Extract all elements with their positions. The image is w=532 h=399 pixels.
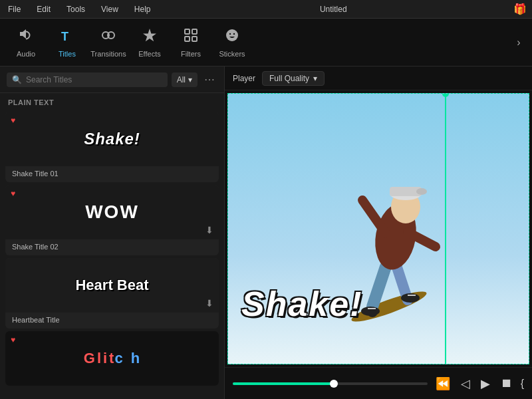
progress-thumb[interactable] xyxy=(330,380,338,388)
quality-dropdown[interactable]: Full Quality ▾ xyxy=(262,71,325,86)
menu-edit[interactable]: Edit xyxy=(34,3,53,15)
title-card-shake-02[interactable]: ♥ WOW ⬇ Shake Title 02 xyxy=(5,185,219,255)
player-header: Player Full Quality ▾ xyxy=(225,66,532,90)
toolbar-titles[interactable]: T Titles xyxy=(47,21,88,64)
title-name-shake-02: Shake Title 02 xyxy=(5,239,219,255)
filters-icon xyxy=(183,27,199,47)
svg-point-9 xyxy=(233,33,235,34)
download-icon-shake-02: ⬇ xyxy=(205,225,213,235)
menu-file[interactable]: File xyxy=(5,3,23,15)
favorite-icon-shake-02: ♥ xyxy=(11,189,15,198)
rewind-button[interactable]: ⏪ xyxy=(433,374,453,394)
section-plain-text: PLAIN TEXT xyxy=(0,93,224,109)
search-icon: 🔍 xyxy=(12,75,22,84)
titles-list: ♥ Shake! Shake Title 01 ♥ WOW ⬇ Shake Ti… xyxy=(0,109,224,399)
video-player: Shake! xyxy=(227,93,529,364)
toolbar-effects[interactable]: Effects xyxy=(129,21,170,64)
more-options-button[interactable]: ⋯ xyxy=(201,72,217,87)
glitch-text: Glitc h xyxy=(82,350,142,367)
gift-icon[interactable]: 🎁 xyxy=(513,3,527,15)
play-button[interactable]: ▶ xyxy=(478,374,493,394)
titles-icon: T xyxy=(59,27,75,47)
toolbar-audio[interactable]: Audio xyxy=(5,21,47,64)
favorite-icon-shake-01: ♥ xyxy=(11,116,15,125)
main-area: 🔍 All ▾ ⋯ PLAIN TEXT ♥ Shake! Shake Titl… xyxy=(0,66,532,399)
shake-02-text: WOW xyxy=(85,201,139,223)
transitions-icon xyxy=(100,27,116,47)
window-title: Untitled xyxy=(164,5,503,14)
title-card-glitch[interactable]: ♥ Glitc h xyxy=(5,331,219,386)
title-preview-shake-01: ♥ Shake! xyxy=(5,112,219,166)
effects-icon xyxy=(142,27,158,47)
title-preview-glitch: ♥ Glitc h xyxy=(5,331,219,386)
svg-text:T: T xyxy=(61,30,68,43)
svg-rect-3 xyxy=(185,29,190,34)
download-icon-heartbeat: ⬇ xyxy=(205,298,213,309)
search-input-wrap[interactable]: 🔍 xyxy=(7,72,168,87)
audio-label: Audio xyxy=(17,50,35,58)
title-name-heartbeat: Heartbeat Title xyxy=(5,313,219,329)
progress-bar[interactable] xyxy=(233,382,428,385)
titles-label: Titles xyxy=(59,50,76,58)
menu-tools[interactable]: Tools xyxy=(64,3,88,15)
player-controls: ⏪ ◁ ▶ ⏹ { xyxy=(225,367,532,399)
title-card-heartbeat[interactable]: Heart Beat ⬇ Heartbeat Title xyxy=(5,258,219,329)
stop-button[interactable]: ⏹ xyxy=(498,374,515,393)
heartbeat-text: Heart Beat xyxy=(75,277,148,294)
svg-rect-4 xyxy=(192,29,197,34)
svg-rect-6 xyxy=(192,37,197,41)
svg-point-22 xyxy=(361,307,380,316)
svg-point-21 xyxy=(416,188,427,195)
transitions-label: Transitions xyxy=(90,50,126,58)
progress-fill xyxy=(233,382,334,385)
right-panel: Player Full Quality ▾ xyxy=(225,66,532,399)
bracket-button[interactable]: { xyxy=(521,378,524,390)
title-name-shake-01: Shake Title 01 xyxy=(5,166,219,182)
quality-label: Full Quality xyxy=(269,74,309,83)
left-panel: 🔍 All ▾ ⋯ PLAIN TEXT ♥ Shake! Shake Titl… xyxy=(0,66,225,399)
toolbar-stickers[interactable]: Stickers xyxy=(211,21,253,64)
svg-rect-5 xyxy=(185,37,190,41)
toolbar-more-chevron[interactable]: › xyxy=(511,35,527,51)
svg-point-8 xyxy=(229,33,231,34)
effects-label: Effects xyxy=(138,50,160,58)
audio-icon xyxy=(18,27,34,47)
quality-chevron-icon: ▾ xyxy=(313,74,317,83)
toolbar-filters[interactable]: Filters xyxy=(170,21,211,64)
search-bar: 🔍 All ▾ ⋯ xyxy=(0,66,224,93)
back-frame-button[interactable]: ◁ xyxy=(458,374,473,394)
svg-line-13 xyxy=(372,267,386,307)
all-filter-dropdown[interactable]: All ▾ xyxy=(172,72,198,87)
svg-point-23 xyxy=(401,293,420,303)
chevron-down-icon: ▾ xyxy=(188,75,192,84)
video-text-overlay: Shake! xyxy=(241,284,363,324)
shake-01-text: Shake! xyxy=(84,130,140,148)
favorite-icon-glitch: ♥ xyxy=(11,335,15,344)
search-input[interactable] xyxy=(26,75,162,84)
toolbar: Audio T Titles Transitions Effects Filte… xyxy=(0,19,532,66)
title-preview-heartbeat: Heart Beat ⬇ xyxy=(5,258,219,313)
svg-point-7 xyxy=(226,29,238,41)
stickers-label: Stickers xyxy=(219,50,245,58)
menu-bar: File Edit Tools View Help Untitled 🎁 xyxy=(0,0,532,19)
menu-help[interactable]: Help xyxy=(132,3,154,15)
menu-view[interactable]: View xyxy=(98,3,121,15)
player-label: Player xyxy=(233,74,255,83)
title-preview-shake-02: ♥ WOW ⬇ xyxy=(5,185,219,239)
filters-label: Filters xyxy=(181,50,201,58)
toolbar-transitions[interactable]: Transitions xyxy=(88,21,129,64)
title-card-shake-01[interactable]: ♥ Shake! Shake Title 01 xyxy=(5,112,219,182)
stickers-icon xyxy=(224,27,240,47)
